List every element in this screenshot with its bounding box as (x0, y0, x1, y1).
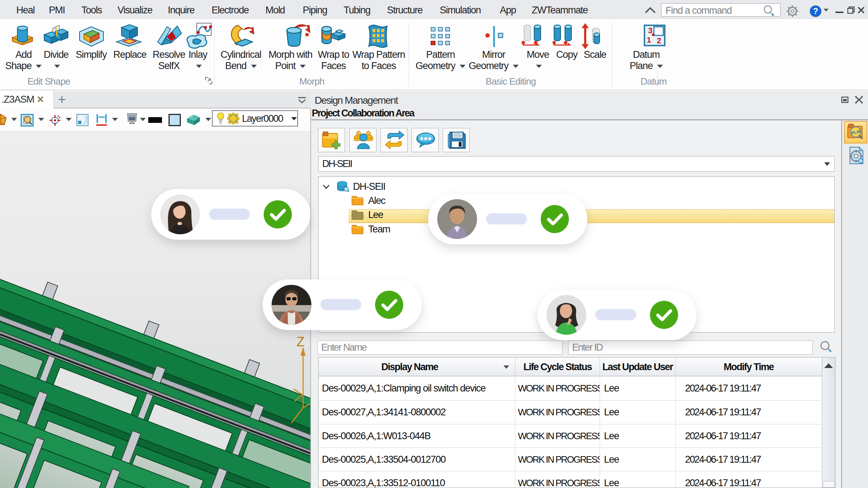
svg-text:?: ? (813, 6, 818, 16)
svg-text:3: 3 (648, 26, 652, 35)
svg-text:2: 2 (657, 36, 661, 45)
svg-text:Z: Z (297, 334, 305, 349)
svg-text:1: 1 (647, 35, 651, 44)
